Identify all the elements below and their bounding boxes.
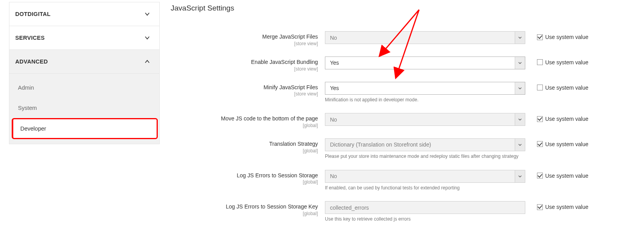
control-col: Yes	[325, 57, 525, 69]
label-col: Log JS Errors to Session Storage Key [gl…	[171, 201, 325, 216]
use-system-checkbox[interactable]	[537, 116, 543, 122]
scope-label: [global]	[171, 211, 318, 216]
use-system-col: Use system value	[525, 201, 588, 210]
chevron-up-icon	[144, 59, 150, 64]
log-js-key-input: collected_errors	[325, 201, 525, 214]
label-col: Translation Strategy [global]	[171, 138, 325, 154]
dropdown-arrow-icon	[515, 82, 525, 94]
use-system-label: Use system value	[545, 173, 588, 179]
sidebar-section-dotdigital[interactable]: DOTDIGITAL	[9, 2, 159, 26]
label-col: Enable JavaScript Bundling [store view]	[171, 57, 325, 72]
field-note: Minification is not applied in developer…	[325, 97, 525, 103]
scope-label: [store view]	[171, 66, 318, 72]
setting-minify: Minify JavaScript Files [store view] Yes…	[171, 82, 635, 103]
merge-js-select: No	[325, 31, 525, 44]
use-system-label: Use system value	[545, 85, 588, 91]
dropdown-arrow-icon	[515, 57, 525, 69]
dropdown-arrow-icon	[515, 113, 525, 125]
scope-label: [global]	[171, 123, 318, 128]
move-js-select: No	[325, 113, 525, 126]
use-system-checkbox[interactable]	[537, 59, 543, 65]
select-value: No	[325, 173, 515, 179]
setting-merge-js: Merge JavaScript Files [store view] No U…	[171, 31, 635, 46]
field-label: Enable JavaScript Bundling	[171, 59, 318, 65]
use-system-col: Use system value	[525, 170, 588, 179]
control-col: Yes Minification is not applied in devel…	[325, 82, 525, 103]
sidebar-section-label: ADVANCED	[15, 58, 48, 65]
scope-label: [global]	[171, 148, 318, 154]
dropdown-arrow-icon	[515, 170, 525, 182]
use-system-label: Use system value	[545, 34, 588, 40]
section-title: JavaScript Settings	[171, 4, 635, 12]
sidebar-section-services[interactable]: SERVICES	[9, 26, 159, 50]
use-system-label: Use system value	[545, 116, 588, 122]
control-col: No	[325, 113, 525, 126]
sidebar-sub-advanced: Admin System Developer	[9, 74, 159, 144]
use-system-label: Use system value	[545, 59, 588, 65]
control-col: No If enabled, can be used by functional…	[325, 170, 525, 191]
control-col: collected_errors Use this key to retriev…	[325, 201, 525, 223]
use-system-col: Use system value	[525, 113, 588, 122]
use-system-label: Use system value	[545, 204, 588, 210]
use-system-checkbox[interactable]	[537, 141, 543, 147]
minify-select[interactable]: Yes	[325, 82, 525, 95]
field-label: Translation Strategy	[171, 141, 318, 147]
label-col: Log JS Errors to Session Storage [global…	[171, 170, 325, 185]
chevron-down-icon	[144, 35, 150, 41]
select-value: No	[325, 35, 515, 41]
field-note: Please put your store into maintenance m…	[325, 154, 525, 160]
select-value: Dictionary (Translation on Storefront si…	[325, 141, 515, 148]
label-col: Minify JavaScript Files [store view]	[171, 82, 325, 97]
setting-move-js: Move JS code to the bottom of the page […	[171, 113, 635, 128]
dropdown-arrow-icon	[515, 139, 525, 151]
translation-select: Dictionary (Translation on Storefront si…	[325, 138, 525, 151]
setting-translation: Translation Strategy [global] Dictionary…	[171, 138, 635, 160]
use-system-checkbox[interactable]	[537, 85, 543, 90]
input-value: collected_errors	[325, 205, 525, 211]
sidebar-section-label: DOTDIGITAL	[15, 11, 51, 17]
sidebar-section-label: SERVICES	[15, 35, 45, 41]
field-label: Merge JavaScript Files	[171, 34, 318, 40]
sidebar-item-label: Admin	[18, 85, 34, 91]
field-label: Move JS code to the bottom of the page	[171, 115, 318, 122]
sidebar-item-developer[interactable]: Developer	[12, 118, 158, 139]
field-label: Log JS Errors to Session Storage Key	[171, 203, 318, 210]
dropdown-arrow-icon	[515, 32, 525, 44]
select-value: Yes	[325, 60, 515, 66]
setting-log-js: Log JS Errors to Session Storage [global…	[171, 170, 635, 191]
sidebar-section-advanced[interactable]: ADVANCED	[9, 50, 159, 74]
use-system-checkbox[interactable]	[537, 204, 543, 210]
use-system-col: Use system value	[525, 57, 588, 65]
field-label: Minify JavaScript Files	[171, 84, 318, 91]
chevron-down-icon	[144, 11, 150, 17]
config-sidebar: DOTDIGITAL SERVICES ADVANCED Admin Syste…	[9, 2, 160, 144]
sidebar-item-system[interactable]: System	[9, 98, 159, 118]
select-value: No	[325, 117, 515, 123]
select-value: Yes	[325, 85, 515, 91]
field-label: Log JS Errors to Session Storage	[171, 172, 318, 179]
label-col: Merge JavaScript Files [store view]	[171, 31, 325, 46]
sidebar-item-label: Developer	[20, 125, 46, 132]
scope-label: [store view]	[171, 91, 318, 97]
use-system-checkbox[interactable]	[537, 173, 543, 178]
use-system-col: Use system value	[525, 82, 588, 91]
scope-label: [store view]	[171, 41, 318, 46]
field-note: If enabled, can be used by functional te…	[325, 185, 525, 191]
setting-log-js-key: Log JS Errors to Session Storage Key [gl…	[171, 201, 635, 223]
setting-bundling: Enable JavaScript Bundling [store view] …	[171, 57, 635, 72]
label-col: Move JS code to the bottom of the page […	[171, 113, 325, 128]
use-system-label: Use system value	[545, 141, 588, 147]
field-note: Use this key to retrieve collected js er…	[325, 216, 525, 223]
use-system-col: Use system value	[525, 31, 588, 40]
control-col: Dictionary (Translation on Storefront si…	[325, 138, 525, 160]
bundling-select[interactable]: Yes	[325, 57, 525, 69]
control-col: No	[325, 31, 525, 44]
use-system-col: Use system value	[525, 138, 588, 147]
settings-panel: JavaScript Settings Merge JavaScript Fil…	[171, 4, 635, 233]
sidebar-item-admin[interactable]: Admin	[9, 78, 159, 98]
use-system-checkbox[interactable]	[537, 34, 543, 40]
log-js-select: No	[325, 170, 525, 183]
scope-label: [global]	[171, 179, 318, 185]
sidebar-item-label: System	[18, 105, 37, 111]
